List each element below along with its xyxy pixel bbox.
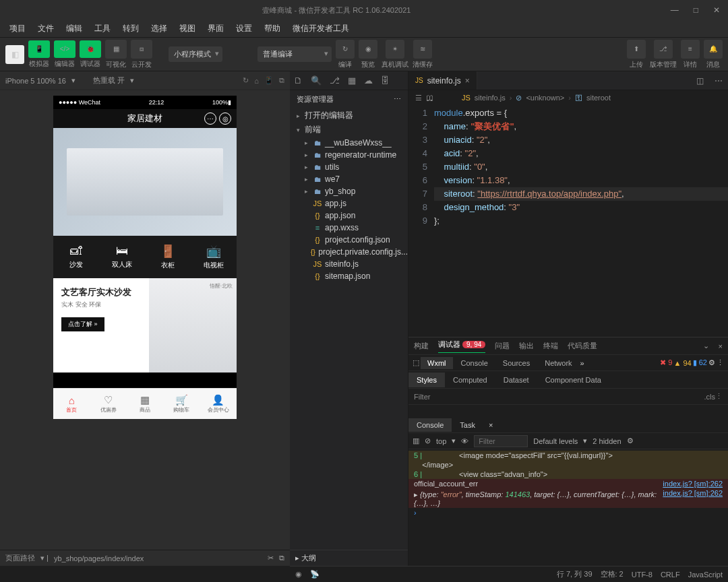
- menu-item[interactable]: 视图: [174, 21, 201, 36]
- tree-file[interactable]: JSapp.js: [290, 197, 408, 209]
- bookmark-icon[interactable]: ☰: [415, 94, 422, 102]
- problems-tab[interactable]: 问题: [495, 341, 510, 351]
- remote-debug-button[interactable]: ✴真机调试: [382, 40, 408, 69]
- quality-tab[interactable]: 代码质量: [568, 341, 597, 351]
- error-count[interactable]: ✖ 9: [660, 358, 672, 367]
- menu-item[interactable]: 设置: [231, 21, 257, 36]
- tree-folder[interactable]: ▸🖿regenerator-runtime: [290, 149, 408, 161]
- console-subtab[interactable]: Console: [408, 418, 452, 432]
- tree-folder[interactable]: ▸🖿we7: [290, 173, 408, 185]
- cloud-toggle[interactable]: ⧈云开发: [131, 40, 152, 69]
- dataset-tab[interactable]: Dataset: [495, 373, 537, 387]
- home-icon[interactable]: ⌂: [254, 77, 259, 85]
- levels-select[interactable]: Default levels: [533, 437, 578, 445]
- tree-section[interactable]: ▸打开的编辑器: [290, 108, 408, 123]
- product-card[interactable]: 文艺客厅实木沙发实木 安全 环保点击了解 » 悟醒·北欧: [53, 278, 237, 373]
- menu-item[interactable]: 文件: [32, 21, 59, 36]
- popout-icon[interactable]: ⧉: [279, 76, 284, 85]
- git-icon[interactable]: ⎇: [330, 75, 340, 86]
- menu-item[interactable]: 微信开发者工具: [287, 21, 355, 36]
- debugger-toggle[interactable]: 🐞调试器: [80, 40, 101, 69]
- banner-image[interactable]: [53, 128, 237, 236]
- menu-item[interactable]: 选择: [146, 21, 173, 36]
- wxml-tab[interactable]: Wxml: [421, 357, 453, 369]
- filter-input[interactable]: [474, 435, 528, 447]
- menu-item[interactable]: 帮助: [259, 21, 286, 36]
- close-icon[interactable]: ✕: [710, 4, 723, 16]
- menu-item[interactable]: 项目: [4, 21, 31, 36]
- split-icon[interactable]: ◫: [691, 76, 709, 86]
- compile-button[interactable]: ↻编译: [336, 40, 355, 69]
- tree-folder[interactable]: ▸🖿yb_shop: [290, 185, 408, 197]
- menu-icon[interactable]: ⋮: [717, 358, 724, 367]
- tab-cart[interactable]: 🛒购物车: [163, 389, 200, 419]
- tree-file[interactable]: ≡app.wxss: [290, 222, 408, 234]
- close-tab-icon[interactable]: ×: [465, 76, 470, 86]
- task-subtab[interactable]: Task: [452, 418, 483, 432]
- encoding[interactable]: UTF-8: [632, 571, 653, 579]
- details-button[interactable]: ≡详情: [681, 40, 700, 69]
- lang[interactable]: JavaScript: [688, 571, 723, 579]
- refresh-icon[interactable]: ↻: [243, 76, 249, 85]
- more-icon[interactable]: ⋯: [394, 95, 401, 104]
- tree-file[interactable]: {}app.json: [290, 209, 408, 222]
- clear-cache-button[interactable]: ≋清缓存: [413, 40, 433, 69]
- compile-select[interactable]: 普通编译: [257, 46, 332, 62]
- hotreload-toggle[interactable]: 热重载 开: [93, 75, 125, 86]
- version-button[interactable]: ⎇版本管理: [650, 40, 677, 69]
- console-tab[interactable]: Console: [454, 357, 495, 369]
- tree-file[interactable]: {}project.config.json: [290, 234, 408, 246]
- warning-count[interactable]: ▲ 94: [673, 359, 691, 367]
- tab-goods[interactable]: ▦商品: [127, 389, 163, 419]
- context-select[interactable]: top: [436, 437, 446, 445]
- computed-tab[interactable]: Computed: [445, 373, 495, 387]
- inspect-icon[interactable]: ⬚: [413, 358, 419, 367]
- bookmark-icon[interactable]: 🕮: [426, 94, 433, 102]
- app-icon[interactable]: ◧: [5, 45, 24, 64]
- hidden-count[interactable]: 2 hidden: [593, 437, 621, 445]
- route-path[interactable]: yb_shop/pages/index/index: [54, 554, 144, 562]
- terminal-tab[interactable]: 终端: [543, 341, 558, 351]
- chevron-down-icon[interactable]: ⌄: [703, 342, 709, 350]
- menu-item[interactable]: 编辑: [61, 21, 88, 36]
- messages-button[interactable]: 🔔消息: [704, 40, 723, 69]
- cut-icon[interactable]: ✂: [268, 554, 274, 562]
- outline-section[interactable]: ▸ 大纲: [290, 550, 408, 566]
- eye-icon[interactable]: 👁: [461, 437, 468, 445]
- tree-file[interactable]: JSsiteinfo.js: [290, 258, 408, 270]
- upload-button[interactable]: ⬆上传: [627, 40, 646, 69]
- files-icon[interactable]: 🗋: [294, 75, 303, 86]
- category-item[interactable]: 📺电视柜: [191, 236, 237, 278]
- sidebar-icon[interactable]: ▥: [413, 437, 419, 445]
- visual-toggle[interactable]: ▦可视化: [105, 40, 127, 69]
- tree-root[interactable]: ▾前端: [290, 123, 408, 137]
- tree-folder[interactable]: ▸🖿utils: [290, 161, 408, 173]
- filter-input[interactable]: Filter: [414, 393, 430, 401]
- feedback-icon[interactable]: ◉: [295, 570, 302, 579]
- debugger-tab[interactable]: 调试器 9, 94: [438, 340, 485, 353]
- editor-toggle[interactable]: </>编辑器: [54, 40, 75, 69]
- broadcast-icon[interactable]: 📡: [310, 570, 320, 579]
- code-editor[interactable]: 123456789 module.exports = { name: "聚美优省…: [408, 105, 728, 337]
- category-item[interactable]: 🛋沙发: [53, 236, 99, 278]
- tree-file[interactable]: {}sitemap.json: [290, 270, 408, 282]
- source-link[interactable]: index.js? [sm]:262: [663, 480, 723, 488]
- category-item[interactable]: 🛏双人床: [99, 236, 145, 278]
- ext-icon[interactable]: ▦: [348, 75, 356, 86]
- eol[interactable]: CRLF: [661, 571, 680, 579]
- phone-simulator[interactable]: ●●●●● WeChat22:12100% ▮ 家居建材⋯◎ 🛋沙发 🛏双人床 …: [53, 96, 237, 419]
- category-item[interactable]: 🚪衣柜: [145, 236, 191, 278]
- sources-tab[interactable]: Sources: [496, 357, 537, 369]
- more-icon[interactable]: ⋯: [709, 76, 728, 86]
- editor-tab[interactable]: JSsiteinfo.js×: [408, 71, 477, 90]
- output-tab[interactable]: 输出: [519, 341, 534, 351]
- close-icon[interactable]: ×: [719, 342, 723, 350]
- console-output[interactable]: 5 | <image mode="aspectFill" src="{{val.…: [408, 449, 728, 566]
- tree-file[interactable]: {}project.private.config.js...: [290, 246, 408, 258]
- menu-item[interactable]: 工具: [89, 21, 116, 36]
- breadcrumb[interactable]: ☰ 🕮 JS siteinfo.js› ⊘ <unknown>› ⚿ siter…: [408, 90, 728, 105]
- gear-icon[interactable]: ⚙: [627, 437, 634, 445]
- more-tabs-icon[interactable]: »: [580, 359, 584, 367]
- close-icon[interactable]: ×: [483, 421, 498, 429]
- device-select[interactable]: iPhone 5 100% 16: [5, 77, 66, 85]
